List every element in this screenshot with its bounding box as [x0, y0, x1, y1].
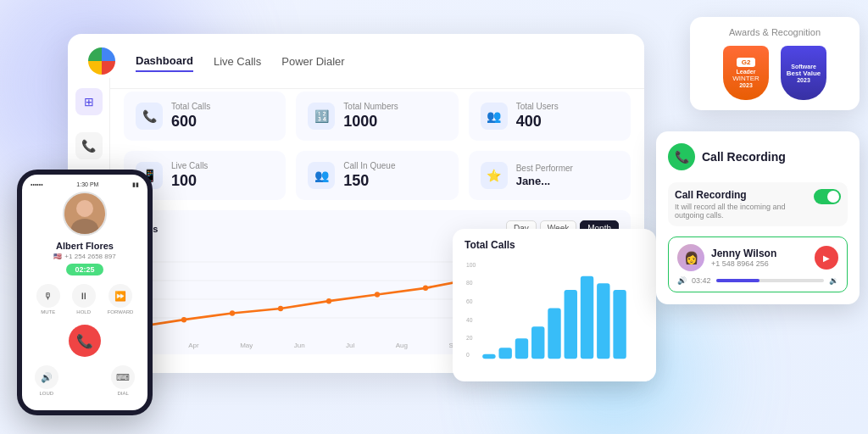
stat-best-label: Best Performer [516, 164, 573, 173]
svg-point-6 [230, 310, 235, 316]
jenny-info: Jenny Wilson +1 548 8964 256 [711, 248, 776, 268]
call-recording-title: Call Recording [702, 150, 786, 164]
nav-dashboard[interactable]: Dashboard [136, 51, 193, 72]
phone-controls: 🎙 MUTE ⏸ HOLD ⏩ FORWARD [36, 284, 134, 314]
phone-bottom-controls: 🔊 LOUD ⌨ DIAL [35, 365, 135, 396]
stat-best-performer: ⭐ Best Performer Jane... [469, 151, 631, 200]
chart-month-jun: Jun [294, 342, 305, 349]
svg-rect-32 [613, 290, 626, 359]
hangup-button[interactable]: 📞 [69, 325, 101, 357]
stat-phone-icon: 📞 [136, 103, 163, 130]
jenny-avatar: 👩 [677, 244, 704, 271]
jenny-name: Jenny Wilson [711, 248, 776, 259]
svg-text:40: 40 [466, 316, 473, 323]
jenny-number: +1 548 8964 256 [711, 259, 776, 268]
jenny-call-item: 👩 Jenny Wilson +1 548 8964 256 ▶ 🔊 03:42… [668, 236, 848, 292]
svg-rect-31 [597, 283, 609, 359]
call-recording-card: 📞 Call Recording Call Recording It will … [656, 131, 860, 304]
sidebar-icon-grid[interactable]: ⊞ [75, 88, 103, 115]
svg-text:100: 100 [466, 261, 476, 268]
hold-button[interactable]: ⏸ HOLD [72, 284, 96, 314]
phone-screen: •••••• 1:30 PM ▮▮ Albert Flores 🇺🇸 +1 25… [22, 175, 147, 410]
speaker-icon: 🔉 [829, 276, 838, 285]
call-timer: 02:25 [66, 264, 103, 275]
phone-mockup: •••••• 1:30 PM ▮▮ Albert Flores 🇺🇸 +1 25… [17, 170, 153, 415]
awards-badges: G2 Leader WINTER 2023 Software Best Valu… [702, 46, 848, 100]
svg-point-16 [76, 200, 93, 217]
stat-total-calls: 📞 Total Calls 600 [124, 92, 286, 141]
jenny-progress: 🔊 03:42 🔉 [677, 276, 838, 285]
sw-label: Software [791, 64, 816, 70]
phone-user-name: Albert Flores [56, 241, 114, 251]
software-badge: Software Best Value 2023 [781, 46, 826, 100]
stat-live-calls-label: Live Calls [171, 161, 208, 170]
progress-bar-fill [716, 279, 760, 282]
mute-icon: 🎙 [36, 284, 60, 308]
loud-button[interactable]: 🔊 LOUD [35, 365, 58, 396]
progress-bar [716, 279, 824, 282]
toggle-desc: It will record all the incoming and outg… [675, 203, 793, 220]
stat-users-icon: 👥 [481, 103, 508, 130]
loud-icon: 🔊 [35, 365, 58, 389]
svg-text:0: 0 [466, 352, 470, 359]
call-recording-toggle-row: Call Recording It will record all the in… [668, 182, 848, 226]
hold-icon: ⏸ [72, 284, 96, 308]
stat-star-icon: ⭐ [481, 162, 508, 189]
g2-top: G2 [737, 58, 756, 67]
sidebar-icon-phone[interactable]: 📞 [75, 132, 103, 159]
svg-rect-25 [498, 348, 511, 359]
svg-point-9 [375, 292, 380, 298]
svg-rect-29 [565, 290, 577, 359]
chart-month-aug: Aug [396, 342, 408, 349]
mute-button[interactable]: 🎙 MUTE [36, 284, 60, 314]
stat-total-numbers-label: Total Numbers [343, 102, 398, 111]
stat-queue-value: 150 [343, 172, 395, 190]
stats-row-1: 📞 Total Calls 600 🔢 Total Numbers 1000 👥… [124, 92, 631, 141]
dial-button[interactable]: ⌨ DIAL [111, 365, 135, 396]
svg-rect-30 [581, 276, 593, 359]
call-recording-icon: 📞 [668, 143, 695, 170]
phone-avatar [63, 192, 107, 236]
bar-chart: 100 80 60 40 20 0 [465, 258, 644, 368]
svg-rect-24 [482, 354, 495, 359]
stats-row-2: 📱 Live Calls 100 👥 Call In Queue 150 ⭐ B… [124, 151, 631, 200]
progress-time: 03:42 [692, 276, 711, 285]
stat-total-numbers: 🔢 Total Numbers 1000 [296, 92, 458, 141]
stat-call-in-queue: 👥 Call In Queue 150 [296, 151, 458, 200]
nav-power-dialer[interactable]: Power Dialer [281, 52, 344, 71]
app-logo [88, 47, 115, 75]
stat-total-users: 👥 Total Users 400 [469, 92, 631, 141]
volume-icon: 🔊 [677, 276, 687, 285]
nav-live-calls[interactable]: Live Calls [214, 52, 261, 71]
toggle-switch[interactable] [814, 189, 841, 204]
jenny-header: 👩 Jenny Wilson +1 548 8964 256 ▶ [677, 244, 838, 271]
stat-total-calls-value: 600 [171, 113, 210, 131]
svg-point-8 [326, 298, 331, 304]
g2-label: Leader [737, 69, 756, 75]
awards-title: Awards & Recognition [702, 27, 848, 37]
svg-rect-28 [548, 309, 560, 359]
stat-total-users-label: Total Users [516, 102, 559, 111]
phone-status-bar: •••••• 1:30 PM ▮▮ [22, 181, 147, 192]
svg-point-7 [278, 306, 283, 312]
svg-rect-27 [531, 326, 544, 359]
svg-text:60: 60 [466, 298, 473, 305]
play-button[interactable]: ▶ [815, 246, 838, 270]
stat-queue-icon: 👥 [308, 162, 335, 189]
forward-button[interactable]: ⏩ FORWARD [108, 284, 134, 314]
svg-text:20: 20 [466, 335, 473, 342]
toggle-text: Call Recording It will record all the in… [675, 189, 793, 220]
g2-sub: WINTER [732, 75, 760, 82]
svg-text:80: 80 [466, 280, 473, 287]
svg-rect-26 [515, 338, 528, 359]
bar-chart-title: Total Calls [465, 239, 644, 251]
g2-badge: G2 Leader WINTER 2023 [723, 46, 769, 100]
svg-point-10 [423, 286, 428, 292]
toggle-label: Call Recording [675, 189, 793, 201]
forward-icon: ⏩ [108, 284, 132, 308]
call-recording-header: 📞 Call Recording [668, 143, 848, 170]
dial-icon: ⌨ [111, 365, 135, 389]
chart-month-jul: Jul [346, 342, 354, 349]
stat-best-value: Jane... [516, 175, 573, 187]
stat-hash-icon: 🔢 [308, 103, 335, 130]
